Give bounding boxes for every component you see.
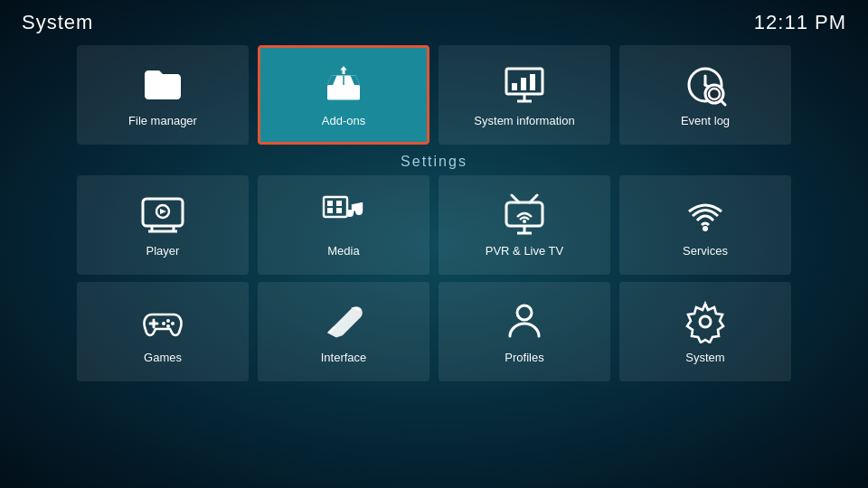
profiles-icon: [503, 300, 546, 343]
app-title: System: [22, 11, 93, 34]
event-log-icon: [684, 63, 727, 107]
svg-rect-23: [327, 208, 333, 213]
svg-point-34: [523, 220, 526, 223]
tile-services[interactable]: Services: [619, 175, 791, 275]
games-icon: [141, 300, 184, 343]
system-settings-icon: [684, 300, 727, 343]
svg-point-39: [171, 322, 175, 325]
settings-row-1: Player Media: [0, 175, 868, 275]
interface-icon: [322, 300, 365, 343]
system-information-label: System information: [474, 114, 574, 127]
svg-rect-21: [327, 201, 333, 206]
tile-event-log[interactable]: Event log: [619, 45, 791, 145]
top-row: File manager Add-ons: [0, 45, 868, 145]
services-icon: [684, 193, 727, 237]
svg-rect-22: [336, 201, 342, 206]
settings-section-label: Settings: [0, 154, 868, 170]
svg-rect-6: [521, 78, 526, 90]
tile-media[interactable]: Media: [258, 175, 429, 275]
event-log-label: Event log: [681, 114, 730, 127]
svg-rect-7: [530, 74, 535, 90]
clock: 12:11 PM: [754, 11, 846, 34]
system-label: System: [685, 351, 724, 364]
media-icon: [322, 193, 365, 237]
header: System 12:11 PM: [0, 0, 868, 42]
tile-games[interactable]: Games: [77, 282, 249, 381]
svg-marker-16: [160, 209, 166, 214]
tile-system-information[interactable]: System information: [439, 45, 610, 145]
folder-icon: [141, 63, 184, 107]
pvr-live-tv-label: PVR & Live TV: [486, 244, 563, 258]
add-ons-label: Add-ons: [322, 114, 365, 127]
tile-system[interactable]: System: [619, 282, 791, 381]
svg-rect-24: [336, 208, 342, 213]
svg-line-12: [721, 100, 725, 105]
games-label: Games: [144, 351, 182, 364]
profiles-label: Profiles: [505, 351, 543, 364]
svg-point-41: [162, 322, 165, 325]
svg-rect-0: [327, 85, 360, 100]
tile-pvr-live-tv[interactable]: PVR & Live TV: [439, 175, 610, 275]
svg-point-40: [166, 324, 170, 328]
player-icon: [141, 193, 184, 237]
tile-add-ons[interactable]: Add-ons: [258, 45, 429, 145]
svg-point-44: [700, 316, 711, 327]
svg-point-38: [166, 319, 170, 323]
svg-rect-5: [512, 83, 517, 90]
svg-rect-20: [324, 197, 347, 217]
pvr-icon: [503, 193, 546, 237]
file-manager-label: File manager: [128, 114, 197, 127]
tile-profiles[interactable]: Profiles: [439, 282, 610, 381]
services-label: Services: [683, 244, 728, 258]
interface-label: Interface: [321, 351, 367, 364]
tile-file-manager[interactable]: File manager: [77, 45, 249, 145]
addons-icon: [322, 63, 365, 107]
tile-interface[interactable]: Interface: [258, 282, 429, 381]
settings-row-2: Games Interface Profiles: [0, 282, 868, 381]
svg-point-35: [703, 226, 708, 231]
tile-player[interactable]: Player: [77, 175, 249, 275]
media-label: Media: [327, 244, 359, 258]
svg-point-43: [517, 305, 532, 320]
player-label: Player: [146, 244, 180, 258]
system-info-icon: [503, 63, 546, 107]
